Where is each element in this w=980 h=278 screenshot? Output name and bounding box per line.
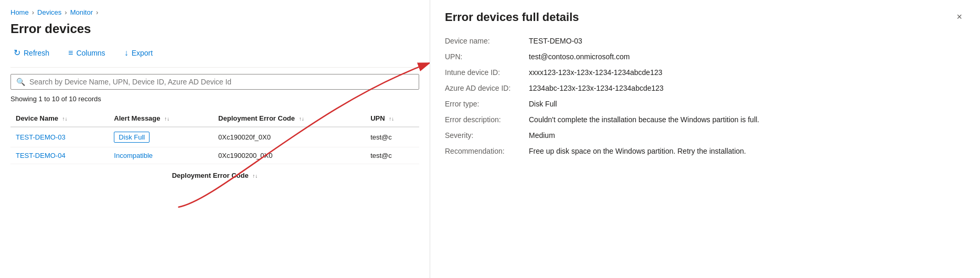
columns-icon: ≡ [68,48,73,58]
detail-panel-title: Error devices full details [445,10,579,24]
upn-row2: test@c [365,147,419,164]
alert-message-row2[interactable]: Incompatible [114,152,153,159]
detail-value-severity: Medium [529,131,555,140]
detail-value-error-type: Disk Full [529,100,557,108]
export-button[interactable]: ↓ Export [121,46,156,60]
detail-row-azure-id: Azure AD device ID: 1234abc-123x-123x-12… [445,84,965,92]
device-link-row2[interactable]: TEST-DEMO-04 [16,152,66,159]
bottom-sort-label[interactable]: Deployment Error Code ↑↓ [10,172,419,179]
breadcrumb: Home › Devices › Monitor › [10,8,419,16]
data-table: Device Name ↑↓ Alert Message ↑↓ Deployme… [10,110,419,164]
detail-label-error-type: Error type: [445,100,529,108]
close-button[interactable]: × [953,10,965,24]
search-input[interactable] [29,78,413,86]
breadcrumb-devices[interactable]: Devices [37,8,61,16]
table-row: TEST-DEMO-03 Disk Full 0Xc190020f_0X0 te… [10,127,419,147]
detail-value-upn: test@contoso.onmicrosoft.com [529,52,630,61]
col-error-code[interactable]: Deployment Error Code ↑↓ [213,110,365,127]
record-count: Showing 1 to 10 of 10 records [10,95,419,103]
page-title: Error devices [10,22,419,36]
sort-icon-error-code: ↑↓ [299,116,304,122]
detail-row-upn: UPN: test@contoso.onmicrosoft.com [445,52,965,61]
refresh-icon: ↻ [14,48,20,58]
col-upn[interactable]: UPN ↑↓ [365,110,419,127]
col-alert-message[interactable]: Alert Message ↑↓ [109,110,213,127]
breadcrumb-home[interactable]: Home [10,8,29,16]
detail-panel-header: Error devices full details × [445,10,965,24]
refresh-button[interactable]: ↻ Refresh [10,46,52,60]
error-code-row1: 0Xc190020f_0X0 [213,127,365,147]
search-bar: 🔍 [10,74,419,90]
sort-icon-device-name: ↑↓ [62,116,68,122]
detail-label-device-name: Device name: [445,37,529,45]
detail-value-error-desc: Couldn't complete the installation becau… [529,115,759,124]
detail-row-error-type: Error type: Disk Full [445,100,965,108]
detail-fields: Device name: TEST-DEMO-03 UPN: test@cont… [445,37,965,155]
detail-label-severity: Severity: [445,131,529,140]
detail-value-recommendation: Free up disk space on the Windows partit… [529,147,746,155]
detail-label-error-desc: Error description: [445,115,529,124]
detail-row-device-name: Device name: TEST-DEMO-03 [445,37,965,45]
bottom-sort-icon: ↑↓ [252,173,258,179]
detail-value-intune-id: xxxx123-123x-123x-1234-1234abcde123 [529,68,663,77]
toolbar: ↻ Refresh ≡ Columns ↓ Export [10,46,419,60]
detail-row-severity: Severity: Medium [445,131,965,140]
detail-label-azure-id: Azure AD device ID: [445,84,529,92]
detail-value-device-name: TEST-DEMO-03 [529,37,582,45]
detail-row-recommendation: Recommendation: Free up disk space on th… [445,147,965,155]
detail-row-error-desc: Error description: Couldn't complete the… [445,115,965,124]
alert-message-row1[interactable]: Disk Full [114,132,150,143]
left-panel: Home › Devices › Monitor › Error devices… [0,0,430,278]
upn-row1: test@c [365,127,419,147]
device-link-row1[interactable]: TEST-DEMO-03 [16,133,66,141]
detail-value-azure-id: 1234abc-123x-123x-1234-1234abcde123 [529,84,664,92]
sort-icon-alert-message: ↑↓ [164,116,169,122]
detail-label-upn: UPN: [445,52,529,61]
right-panel: Error devices full details × Device name… [430,0,980,278]
detail-label-intune-id: Intune device ID: [445,68,529,77]
table-row: TEST-DEMO-04 Incompatible 0Xc1900200_0X0… [10,147,419,164]
error-code-row2: 0Xc1900200_0X0 [213,147,365,164]
export-icon: ↓ [124,48,129,58]
sort-icon-upn: ↑↓ [389,116,394,122]
detail-label-recommendation: Recommendation: [445,147,529,155]
breadcrumb-monitor[interactable]: Monitor [70,8,93,16]
columns-button[interactable]: ≡ Columns [65,46,109,60]
search-icon: 🔍 [16,78,25,86]
col-device-name[interactable]: Device Name ↑↓ [10,110,109,127]
detail-row-intune-id: Intune device ID: xxxx123-123x-123x-1234… [445,68,965,77]
